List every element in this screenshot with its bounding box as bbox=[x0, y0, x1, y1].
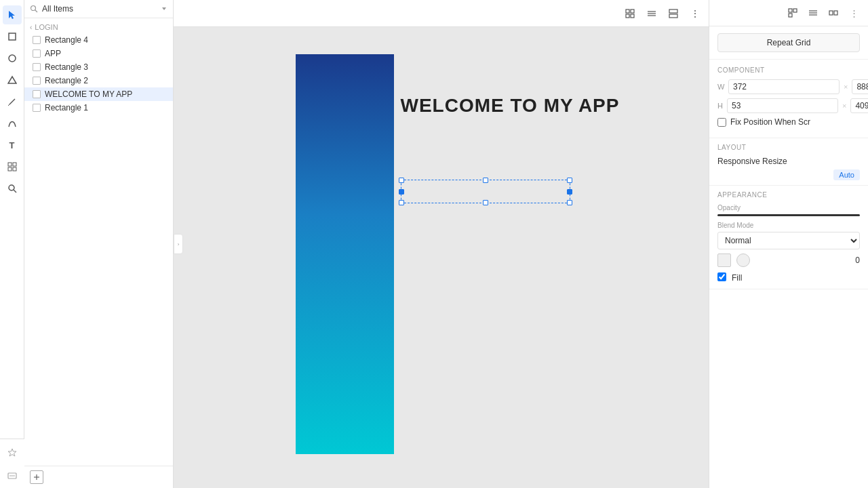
layout-section: LAYOUT Responsive Resize Auto bbox=[709, 138, 868, 186]
component-tool[interactable] bbox=[3, 157, 22, 176]
svg-marker-3 bbox=[8, 77, 16, 83]
layers-search-bar bbox=[24, 0, 173, 18]
fill-row: Fill bbox=[717, 272, 860, 283]
ellipse-tool[interactable] bbox=[3, 49, 22, 68]
layer-item-rectangle2[interactable]: Rectangle 2 bbox=[24, 74, 173, 87]
svg-marker-12 bbox=[8, 449, 16, 456]
svg-marker-17 bbox=[162, 7, 166, 10]
zoom-tool[interactable] bbox=[3, 179, 22, 198]
top-bar: ⋮ bbox=[174, 0, 709, 27]
layer-name-rectangle4: Rectangle 4 bbox=[45, 35, 88, 45]
handle-bl[interactable] bbox=[399, 200, 404, 205]
appearance-section: APPEARANCE Opacity Blend Mode Normal 0 F… bbox=[709, 186, 868, 289]
repeat-grid-section: Repeat Grid bbox=[709, 26, 868, 60]
handle-tr[interactable] bbox=[567, 178, 572, 183]
svg-rect-21 bbox=[631, 9, 634, 13]
opacity-bar[interactable] bbox=[717, 214, 860, 216]
more-options[interactable]: ⋮ bbox=[687, 5, 703, 22]
blend-mode-select[interactable]: Normal bbox=[717, 232, 860, 249]
blue-gradient-rect bbox=[296, 54, 394, 454]
opacity-row: Opacity bbox=[717, 204, 860, 216]
view-icon-1[interactable] bbox=[622, 5, 638, 22]
handle-tl[interactable] bbox=[399, 178, 404, 183]
collapse-handle[interactable]: › bbox=[174, 234, 183, 254]
auto-badge[interactable]: Auto bbox=[833, 169, 860, 180]
x-sep-2: × bbox=[842, 102, 846, 110]
layer-group-login[interactable]: ‹ LOGIN bbox=[24, 21, 173, 33]
plugin-icon[interactable] bbox=[3, 443, 22, 462]
prototype-tab[interactable] bbox=[825, 4, 842, 22]
design-tab[interactable] bbox=[784, 4, 802, 22]
svg-rect-35 bbox=[829, 11, 833, 15]
blend-icon-circle[interactable] bbox=[736, 253, 750, 267]
fix-position-row: Fix Position When Scr bbox=[717, 117, 860, 127]
svg-rect-31 bbox=[789, 14, 792, 17]
search-input[interactable] bbox=[42, 4, 157, 14]
width-input[interactable] bbox=[728, 79, 840, 94]
y-input[interactable] bbox=[850, 98, 868, 113]
svg-rect-36 bbox=[834, 11, 837, 15]
blend-icon-square[interactable] bbox=[717, 253, 731, 267]
view-icon-2[interactable] bbox=[644, 5, 660, 22]
handle-tm[interactable] bbox=[483, 178, 488, 183]
layer-item-rectangle3[interactable]: Rectangle 3 bbox=[24, 60, 173, 74]
fix-position-checkbox[interactable] bbox=[717, 118, 726, 127]
layer-name-rectangle2: Rectangle 2 bbox=[45, 76, 88, 85]
selection-box bbox=[401, 180, 570, 203]
layer-item-welcome[interactable]: WELCOME TO MY APP bbox=[24, 87, 173, 101]
text-tool[interactable]: T bbox=[3, 136, 22, 155]
design-canvas[interactable]: WELCOME TO MY APP bbox=[174, 27, 709, 488]
x-input[interactable] bbox=[852, 79, 868, 94]
svg-rect-7 bbox=[13, 163, 16, 166]
layer-item-rectangle1[interactable]: Rectangle 1 bbox=[24, 101, 173, 115]
layers-list: ‹ LOGIN Rectangle 4 APP Rectangle 3 Rect… bbox=[24, 18, 173, 466]
pen-tool[interactable] bbox=[3, 92, 22, 111]
fill-checkbox[interactable] bbox=[717, 272, 726, 281]
svg-line-4 bbox=[9, 99, 15, 104]
share-icon[interactable] bbox=[3, 465, 22, 484]
dropdown-arrow-icon bbox=[161, 5, 167, 12]
fill-label: Fill bbox=[732, 273, 742, 283]
svg-marker-0 bbox=[9, 11, 15, 19]
appearance-label: APPEARANCE bbox=[717, 191, 860, 199]
handle-bm[interactable] bbox=[483, 200, 488, 205]
svg-rect-9 bbox=[13, 167, 16, 171]
opacity-label: Opacity bbox=[717, 204, 860, 211]
svg-line-16 bbox=[35, 10, 38, 13]
welcome-text[interactable]: WELCOME TO MY APP bbox=[401, 95, 620, 117]
height-row: H × ⌀ bbox=[717, 98, 860, 113]
canvas-area: ⋮ WELCOME TO MY APP bbox=[174, 0, 709, 488]
svg-rect-30 bbox=[793, 9, 797, 12]
rectangle-tool[interactable] bbox=[3, 27, 22, 46]
repeat-grid-button[interactable]: Repeat Grid bbox=[717, 33, 860, 52]
svg-rect-28 bbox=[669, 14, 677, 18]
handle-br[interactable] bbox=[567, 200, 572, 205]
responsive-row: Responsive Resize bbox=[717, 157, 860, 166]
view-icon-3[interactable] bbox=[665, 5, 682, 22]
svg-rect-23 bbox=[631, 14, 634, 18]
more-panel[interactable]: ⋮ bbox=[845, 4, 863, 22]
layer-thumb-app bbox=[33, 49, 41, 58]
svg-line-11 bbox=[14, 190, 16, 192]
layer-item-rectangle4[interactable]: Rectangle 4 bbox=[24, 33, 173, 47]
triangle-tool[interactable] bbox=[3, 70, 22, 89]
height-label: H bbox=[717, 102, 723, 110]
layer-thumb-welcome bbox=[33, 90, 41, 98]
handle-mr[interactable] bbox=[567, 189, 572, 195]
responsive-resize-label: Responsive Resize bbox=[717, 157, 787, 166]
add-layer-button[interactable] bbox=[30, 470, 43, 484]
handle-ml[interactable] bbox=[399, 189, 404, 195]
select-tool[interactable] bbox=[3, 5, 22, 24]
svg-point-15 bbox=[31, 6, 36, 11]
layout-tab[interactable] bbox=[804, 4, 822, 22]
svg-rect-27 bbox=[669, 9, 677, 13]
svg-rect-20 bbox=[626, 9, 629, 13]
svg-rect-29 bbox=[789, 9, 792, 12]
bezier-tool[interactable] bbox=[3, 114, 22, 133]
layer-name-rectangle3: Rectangle 3 bbox=[45, 62, 88, 72]
layer-item-app[interactable]: APP bbox=[24, 47, 173, 60]
layout-label: LAYOUT bbox=[717, 144, 860, 151]
height-input[interactable] bbox=[727, 98, 838, 113]
blend-icons-row: 0 bbox=[717, 253, 860, 267]
layer-name-rectangle1: Rectangle 1 bbox=[45, 103, 88, 113]
